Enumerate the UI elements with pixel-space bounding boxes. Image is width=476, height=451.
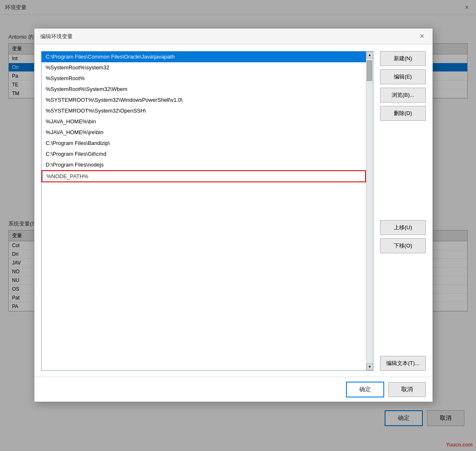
scroll-thumb[interactable] <box>367 60 372 81</box>
list-item[interactable]: %SystemRoot% <box>42 73 366 84</box>
new-button[interactable]: 新建(N) <box>380 51 426 66</box>
browse-button[interactable]: 浏览(B)... <box>380 88 426 103</box>
list-item[interactable]: D:\Program Files\nodejs <box>42 159 366 170</box>
list-item[interactable]: %JAVA_HOME%\bin <box>42 116 366 127</box>
scroll-track <box>366 59 373 363</box>
dialog-button-panel: 新建(N) 编辑(E) 浏览(B)... 删除(D) 上移(U) 下移(O) 编… <box>380 51 426 371</box>
list-item[interactable]: %JAVA_HOME%\jre\bin <box>42 127 366 138</box>
scrollbar: ▲ ▼ <box>366 51 373 370</box>
edit-text-button[interactable]: 编辑文本(T)... <box>380 356 426 371</box>
move-down-button[interactable]: 下移(O) <box>380 238 426 253</box>
dialog-close-button[interactable]: × <box>417 32 427 41</box>
list-item[interactable]: %SYSTEMROOT%\System32\WindowsPowerShell\… <box>42 95 366 105</box>
path-list-container: C:\Program Files\Common Files\Oracle\Jav… <box>41 51 373 371</box>
delete-button[interactable]: 删除(D) <box>380 106 426 121</box>
dialog-titlebar: 编辑环境变量 × <box>34 29 432 44</box>
edit-button[interactable]: 编辑(E) <box>380 69 426 84</box>
path-list[interactable]: C:\Program Files\Common Files\Oracle\Jav… <box>42 51 366 370</box>
list-item[interactable]: C:\Program Files\Common Files\Oracle\Jav… <box>42 51 366 62</box>
dialog-footer: 确定 取消 <box>34 377 432 402</box>
list-item[interactable]: %SystemRoot%\system32 <box>42 62 366 73</box>
list-item[interactable]: %SYSTEMROOT%\System32\OpenSSH\ <box>42 105 366 116</box>
list-item[interactable]: %SystemRoot%\System32\Wbem <box>42 84 366 95</box>
dialog-ok-button[interactable]: 确定 <box>346 382 384 397</box>
scroll-down-button[interactable]: ▼ <box>366 363 373 370</box>
dialog-cancel-button[interactable]: 取消 <box>388 382 426 397</box>
list-item[interactable]: C:\Program Files\Bandizip\ <box>42 138 366 149</box>
dialog-title-text: 编辑环境变量 <box>40 33 73 40</box>
list-item-highlighted[interactable]: %NODE_PATH% <box>42 170 366 182</box>
scroll-up-button[interactable]: ▲ <box>366 51 373 59</box>
move-up-button[interactable]: 上移(U) <box>380 220 426 235</box>
dialog-body: C:\Program Files\Common Files\Oracle\Jav… <box>34 44 432 377</box>
list-item[interactable]: C:\Program Files\Git\cmd <box>42 149 366 159</box>
edit-dialog: 编辑环境变量 × C:\Program Files\Common Files\O… <box>34 28 433 402</box>
